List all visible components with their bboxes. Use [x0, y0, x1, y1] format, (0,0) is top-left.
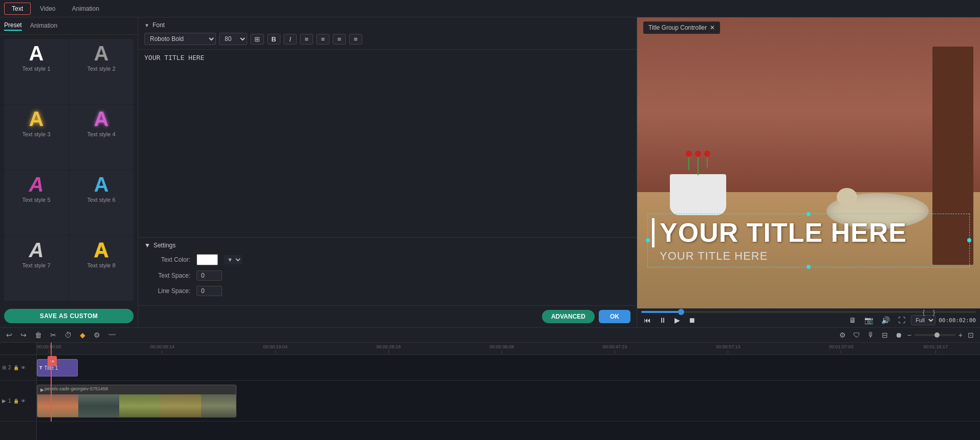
font-size-select[interactable]: 80 [219, 33, 247, 45]
align-right-btn[interactable]: ≡ [333, 34, 346, 45]
lock-icon-1[interactable]: 🔒 [13, 399, 19, 404]
style-label-3: Text style 3 [22, 131, 50, 137]
play-button[interactable]: ▶ [672, 315, 683, 325]
text-space-input[interactable] [197, 270, 222, 281]
text-input[interactable]: YOUR TITLE HERE [144, 54, 630, 85]
tab-animation[interactable]: Animation [30, 22, 57, 30]
tab-video[interactable]: Video [33, 3, 62, 14]
line-space-input[interactable] [197, 286, 222, 296]
tab-animation[interactable]: Animation [65, 3, 106, 14]
thumb-2 [78, 394, 119, 417]
zoom-in-btn[interactable]: + [959, 331, 963, 339]
zoom-track[interactable] [914, 334, 955, 336]
video-clip[interactable]: ▶ pexels-zadir-georgiev-5751458 [37, 385, 236, 417]
progress-bar[interactable]: { } [641, 311, 976, 313]
lock-icon-2[interactable]: 🔒 [13, 365, 19, 370]
tl-keyframe-btn[interactable]: ◆ [78, 330, 88, 340]
zoom-out-btn[interactable]: − [907, 331, 911, 339]
style-label-6: Text style 6 [87, 197, 115, 203]
flower-2 [695, 151, 701, 175]
timeline-tracks: 00:00:00:00 00:00:09:14 00:00:19:04 00:0… [37, 343, 980, 440]
ruler-mark-7: 00:01:07:03 [829, 344, 854, 353]
style-item-5[interactable]: A Text style 5 [4, 170, 69, 235]
flower-head-3 [704, 151, 710, 157]
track-icon-t: ⊞ [2, 365, 6, 370]
tl-redo-btn[interactable]: ↪ [18, 330, 29, 340]
tl-wave-btn[interactable]: 〰 [106, 330, 118, 340]
style-letter-3: A [29, 109, 44, 129]
tl-delete-btn[interactable]: 🗑 [33, 330, 44, 340]
progress-thumb[interactable] [678, 309, 684, 315]
ok-button[interactable]: OK [599, 310, 630, 323]
sound-btn[interactable]: 🔊 [879, 315, 892, 325]
skip-back-button[interactable]: ⏮ [641, 315, 654, 325]
ruler-mark-1: 00:00:09:14 [150, 344, 175, 353]
fullscreen-btn[interactable]: ⛶ [896, 315, 908, 325]
ruler-marks: 00:00:00:00 00:00:09:14 00:00:19:04 00:0… [37, 343, 980, 353]
tab-text[interactable]: Text [4, 3, 31, 15]
style-item-3[interactable]: A Text style 3 [4, 104, 69, 170]
style-item-4[interactable]: A Text style 4 [69, 104, 134, 170]
tl-shield-btn[interactable]: 🛡 [851, 330, 862, 340]
stop-button[interactable]: ⏹ [686, 315, 698, 325]
thumb-4 [160, 394, 201, 417]
style-item-6[interactable]: A Text style 6 [69, 170, 134, 235]
step-back-button[interactable]: ⏸ [657, 315, 669, 325]
flower-3 [704, 151, 710, 175]
tab-preset[interactable]: Preset [4, 22, 22, 31]
tl-clock-btn[interactable]: ⏱ [62, 330, 74, 340]
title-selection-container: YOUR TITLE HERE YOUR TITLE HERE [647, 214, 970, 267]
eye-icon-2[interactable]: 👁 [21, 365, 26, 370]
text-color-dropdown[interactable]: ▼ [224, 255, 242, 264]
handle-bottom[interactable] [807, 265, 811, 269]
flower-stem-1 [688, 157, 689, 170]
track-label-2: ⊞ 2 🔒 👁 [0, 355, 36, 381]
tl-mic-btn[interactable]: 🎙 [865, 330, 877, 340]
timeline-tools-left: ↩ ↪ 🗑 ✂ ⏱ ◆ ⚙ 〰 [4, 330, 118, 340]
align-justify-btn[interactable]: ≡ [349, 34, 362, 45]
preview-title-overlay[interactable]: YOUR TITLE HERE YOUR TITLE HERE [647, 214, 970, 267]
align-left-btn[interactable]: ≡ [300, 34, 313, 45]
bracket-start: { [923, 309, 925, 316]
advanced-button[interactable]: ADVANCED [542, 310, 595, 323]
handle-top[interactable] [807, 212, 811, 216]
thumb-5 [201, 394, 236, 417]
timeline: ↩ ↪ 🗑 ✂ ⏱ ◆ ⚙ 〰 ⚙ 🛡 🎙 ⊟ ⏺ − + ⊡ [0, 327, 980, 440]
title-clip[interactable]: T Title 1 [37, 359, 78, 376]
tl-record-btn[interactable]: ⏺ [893, 330, 904, 340]
thumb-1 [37, 394, 78, 417]
text-columns-btn[interactable]: ⊞ [250, 34, 264, 45]
bold-btn[interactable]: B [267, 34, 280, 45]
line-space-row: Line Space: [144, 286, 630, 296]
screenshot-btn[interactable]: 📷 [862, 315, 876, 325]
flowers [665, 151, 731, 175]
monitor-btn[interactable]: 🖥 [846, 315, 859, 325]
playhead-ruler-line [51, 343, 52, 354]
bracket-end: } [933, 309, 935, 316]
save-as-custom-button[interactable]: SAVE AS CUSTOM [4, 309, 134, 323]
text-color-swatch[interactable] [197, 254, 218, 265]
selection-box[interactable]: YOUR TITLE HERE YOUR TITLE HERE [647, 214, 970, 267]
preview-area: Title Group Controller ✕ YOUR TITLE HERE… [637, 17, 980, 308]
tl-filter-btn[interactable]: ⊟ [880, 330, 890, 340]
style-item-2[interactable]: A Text style 2 [69, 39, 134, 104]
italic-btn[interactable]: I [284, 34, 297, 45]
tl-expand-btn[interactable]: ⊡ [966, 330, 976, 340]
track-num-1: 1 [8, 398, 11, 404]
playback-controls: ⏮ ⏸ ▶ ⏹ 🖥 📷 🔊 ⛶ Full 00:00:02:00 [641, 315, 976, 325]
style-label-2: Text style 2 [87, 66, 115, 72]
style-item-8[interactable]: A Text style 8 [69, 236, 134, 301]
tl-adjust-btn[interactable]: ⚙ [92, 330, 102, 340]
tl-undo-btn[interactable]: ↩ [4, 330, 14, 340]
tl-settings-btn[interactable]: ⚙ [837, 330, 848, 340]
font-family-select[interactable]: Roboto Bold [144, 33, 216, 45]
style-item-7[interactable]: A Text style 7 [4, 236, 69, 301]
eye-icon-1[interactable]: 👁 [21, 399, 26, 404]
settings-header: ▼ Settings [144, 242, 630, 249]
style-item-1[interactable]: A Text style 1 [4, 39, 69, 104]
tl-cut-btn[interactable]: ✂ [48, 330, 58, 340]
handle-left[interactable] [646, 238, 650, 242]
align-center-btn[interactable]: ≡ [316, 34, 330, 45]
handle-right[interactable] [967, 238, 971, 242]
quality-select[interactable]: Full [911, 315, 935, 325]
